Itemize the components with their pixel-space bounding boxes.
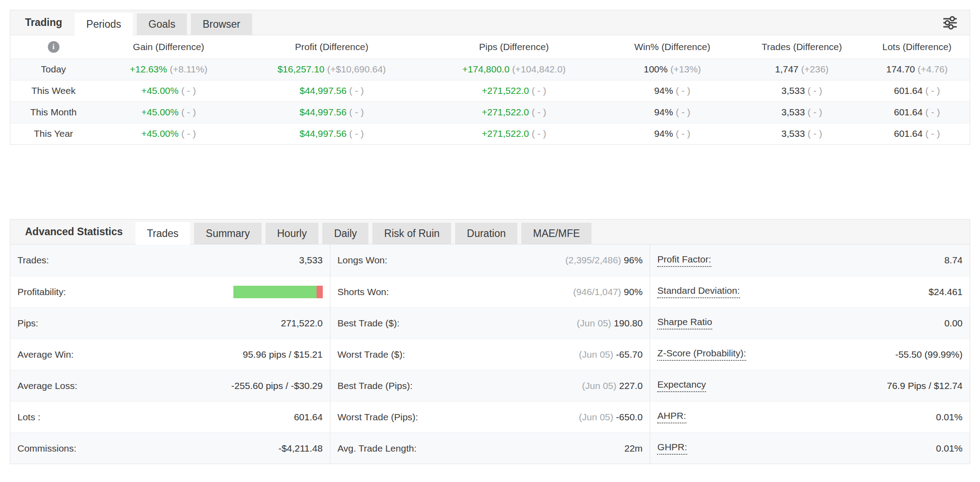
stat-label: Longs Won: — [338, 255, 388, 266]
trades-diff: ( - ) — [807, 85, 822, 96]
trades-cell: 3,533( - ) — [739, 80, 864, 101]
stat-profit-factor: Profit Factor: 8.74 — [650, 245, 970, 276]
period-row-this-month: This Month +45.00%( - ) $44,997.56( - ) … — [10, 101, 970, 123]
stat-value-detail: (Jun 05) — [579, 349, 613, 359]
stat-value-main: -650.0 — [616, 412, 643, 422]
trades-value: 3,533 — [781, 107, 805, 117]
gain-diff: ( - ) — [181, 128, 196, 139]
period-row-this-year: This Year +45.00%( - ) $44,997.56( - ) +… — [10, 123, 970, 144]
stat-best-trade-usd: Best Trade ($): (Jun 05)190.80 — [330, 307, 650, 338]
stat-label-tooltip[interactable]: Z-Score (Probability): — [657, 348, 746, 361]
stat-label-tooltip[interactable]: Sharpe Ratio — [657, 317, 712, 330]
stat-value-detail: (Jun 05) — [582, 381, 617, 391]
stat-value: -$4,211.48 — [279, 443, 323, 454]
stat-label: Trades: — [17, 255, 49, 266]
col-header-gain: Gain (Difference) — [97, 35, 241, 59]
profit-value: $44,997.56 — [300, 128, 346, 139]
pips-value: +174,800.0 — [462, 64, 510, 74]
gain-diff: (+8.11%) — [170, 64, 207, 74]
stat-value-main: 96% — [624, 255, 642, 265]
trading-widget-title: Trading — [25, 17, 62, 29]
info-icon[interactable]: i — [48, 41, 59, 53]
gain-cell: +45.00%( - ) — [97, 123, 241, 144]
stat-commissions: Commissions: -$4,211.48 — [10, 432, 330, 464]
gain-value: +45.00% — [141, 107, 179, 117]
tab-summary[interactable]: Summary — [194, 223, 261, 244]
stat-label-tooltip[interactable]: Standard Deviation: — [657, 285, 739, 298]
stat-value-detail: (Jun 05) — [577, 318, 611, 328]
lots-diff: ( - ) — [925, 128, 940, 139]
col-header-trades: Trades (Difference) — [739, 35, 864, 59]
stat-label: Best Trade (Pips): — [338, 381, 413, 391]
profitability-bar — [233, 286, 323, 298]
tab-risk-of-ruin[interactable]: Risk of Ruin — [372, 223, 451, 244]
tab-browser[interactable]: Browser — [191, 13, 252, 35]
stat-shorts-won: Shorts Won: (946/1,047)90% — [330, 276, 650, 307]
stat-value: -255.60 pips / -$30.29 — [231, 381, 322, 391]
gain-value: +45.00% — [141, 128, 179, 139]
stat-value-main: 22m — [624, 443, 642, 453]
tab-mae-mfe[interactable]: MAE/MFE — [521, 223, 591, 244]
stat-label-tooltip[interactable]: GHPR: — [657, 442, 687, 455]
trading-widget: Trading Periods Goals Browser — [10, 10, 970, 145]
stat-value: 3,533 — [299, 255, 323, 266]
col-header-profit: Profit (Difference) — [241, 35, 423, 59]
period-label: Today — [10, 59, 97, 80]
stat-value: (Jun 05)227.0 — [582, 381, 643, 391]
stat-label: Lots : — [17, 412, 40, 423]
stat-value-main: 190.80 — [614, 318, 642, 328]
tab-periods[interactable]: Periods — [75, 13, 133, 35]
win-cell: 94%( - ) — [605, 123, 739, 144]
stats-column-3: Profit Factor: 8.74 Standard Deviation: … — [650, 245, 970, 464]
win-value: 94% — [654, 85, 673, 96]
stat-label: Profitability: — [17, 287, 66, 297]
profit-cell: $16,257.10(+$10,690.64) — [241, 59, 423, 80]
trades-diff: (+236) — [801, 64, 828, 74]
stat-expectancy: Expectancy 76.9 Pips / $12.74 — [650, 370, 970, 401]
period-label: This Week — [10, 80, 97, 101]
stat-pips: Pips: 271,522.0 — [10, 307, 330, 338]
pips-diff: ( - ) — [532, 85, 546, 96]
lots-diff: (+4.76) — [918, 64, 948, 74]
trades-cell: 3,533( - ) — [739, 101, 864, 123]
profit-diff: ( - ) — [349, 107, 364, 117]
filter-settings-icon[interactable] — [942, 16, 958, 30]
stats-grid: Trades: 3,533 Profitability: Pips: 271,5… — [10, 245, 970, 464]
stat-value: 0.00 — [944, 318, 963, 329]
gain-cell: +12.63%(+8.11%) — [97, 59, 241, 80]
profit-value: $16,257.10 — [278, 64, 325, 74]
pips-cell: +174,800.0(+104,842.0) — [423, 59, 605, 80]
profit-cell: $44,997.56( - ) — [241, 80, 423, 101]
stat-longs-won: Longs Won: (2,395/2,486)96% — [330, 245, 650, 276]
stat-label: Avg. Trade Length: — [338, 443, 417, 454]
trading-tabbar: Trading Periods Goals Browser — [10, 10, 970, 35]
tab-goals[interactable]: Goals — [137, 13, 187, 35]
stat-average-loss: Average Loss: -255.60 pips / -$30.29 — [10, 370, 330, 401]
pips-value: +271,522.0 — [482, 128, 529, 139]
stat-sharpe-ratio: Sharpe Ratio 0.00 — [650, 307, 970, 338]
stat-label-tooltip[interactable]: Profit Factor: — [657, 254, 711, 267]
stat-value: (946/1,047)90% — [573, 287, 642, 297]
period-row-today: Today +12.63%(+8.11%) $16,257.10(+$10,69… — [10, 59, 970, 80]
stat-label-tooltip[interactable]: Expectancy — [657, 379, 706, 392]
lots-value: 601.64 — [894, 128, 923, 139]
lots-value: 174.70 — [886, 64, 915, 74]
tab-daily[interactable]: Daily — [322, 223, 368, 244]
tab-trades[interactable]: Trades — [135, 222, 190, 245]
lots-diff: ( - ) — [925, 107, 940, 117]
gain-value: +45.00% — [141, 85, 179, 96]
tab-duration[interactable]: Duration — [455, 223, 517, 244]
tab-hourly[interactable]: Hourly — [266, 223, 318, 244]
stat-value: (2,395/2,486)96% — [565, 255, 642, 266]
stat-value-detail: (2,395/2,486) — [565, 255, 621, 265]
lots-cell: 174.70(+4.76) — [864, 59, 970, 80]
lots-cell: 601.64( - ) — [864, 80, 970, 101]
lots-diff: ( - ) — [925, 85, 940, 96]
pips-cell: +271,522.0( - ) — [423, 101, 605, 123]
stat-best-trade-pips: Best Trade (Pips): (Jun 05)227.0 — [330, 370, 650, 401]
profitability-bar-green — [233, 286, 317, 298]
stat-label-tooltip[interactable]: AHPR: — [657, 410, 686, 423]
stats-column-1: Trades: 3,533 Profitability: Pips: 271,5… — [10, 245, 330, 464]
profit-cell: $44,997.56( - ) — [241, 101, 423, 123]
pips-cell: +271,522.0( - ) — [423, 80, 605, 101]
